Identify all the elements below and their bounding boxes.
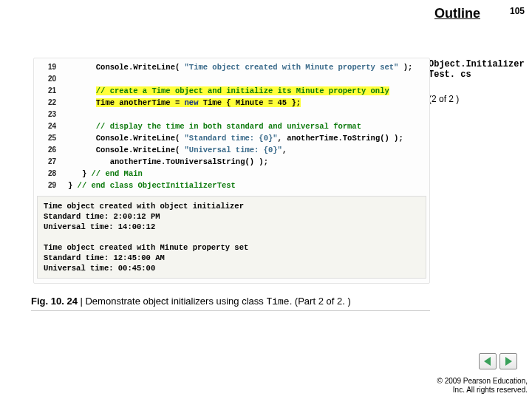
- code-content: Console.WriteLine( "Universal time: {0}"…: [68, 144, 429, 156]
- caption-text2: . (Part 2 of 2. ): [290, 296, 351, 307]
- line-number: 29: [34, 180, 68, 191]
- line-number: 19: [34, 61, 68, 73]
- line-number: 26: [34, 144, 68, 156]
- line-number: 28: [34, 168, 68, 180]
- svg-marker-0: [484, 357, 491, 366]
- copyright: © 2009 Pearson Education, Inc. All right…: [437, 377, 528, 395]
- line-number: 21: [34, 85, 68, 97]
- code-listing: 19 Console.WriteLine( "Time object creat…: [33, 58, 430, 284]
- filename-line1: Object.Initializer: [429, 59, 532, 69]
- program-output: Time object created with object initiali…: [37, 196, 426, 279]
- code-line: 26 Console.WriteLine( "Universal time: {…: [34, 144, 429, 156]
- code-content: // create a Time object and initialize i…: [68, 85, 429, 97]
- code-content: Console.WriteLine( "Standard time: {0}",…: [68, 132, 429, 144]
- figure-caption: Fig. 10. 24 | Demonstrate object initial…: [31, 296, 351, 307]
- figure-number: Fig. 10. 24: [31, 296, 78, 307]
- triangle-left-icon: [484, 357, 491, 366]
- code-content: Time anotherTime = new Time { Minute = 4…: [68, 97, 429, 109]
- code-content: // display the time in both standard and…: [68, 120, 429, 132]
- code-line: 21 // create a Time object and initializ…: [34, 85, 429, 97]
- nav-controls: [479, 353, 517, 369]
- caption-text1: Demonstrate object initializers using cl…: [85, 296, 266, 307]
- code-line: 28 } // end Main: [34, 168, 429, 180]
- next-button[interactable]: [499, 353, 517, 369]
- code-line: 29} // end class ObjectInitializerTest: [34, 180, 429, 191]
- line-number: 24: [34, 120, 68, 132]
- copyright-line2: Inc. All rights reserved.: [437, 386, 528, 395]
- triangle-right-icon: [505, 357, 512, 366]
- code-line: 27 anotherTime.ToUniversalString() );: [34, 156, 429, 168]
- code-line: 25 Console.WriteLine( "Standard time: {0…: [34, 132, 429, 144]
- code-content: Console.WriteLine( "Time object created …: [68, 61, 429, 73]
- code-content: } // end class ObjectInitializerTest: [68, 180, 429, 191]
- code-content: } // end Main: [68, 168, 429, 180]
- code-line: 23: [34, 109, 429, 120]
- line-number: 23: [34, 109, 68, 120]
- svg-marker-1: [505, 357, 512, 366]
- code-line: 19 Console.WriteLine( "Time object creat…: [34, 61, 429, 73]
- code-content: anotherTime.ToUniversalString() );: [68, 156, 429, 168]
- line-number: 20: [34, 73, 68, 85]
- code-line: 24 // display the time in both standard …: [34, 120, 429, 132]
- line-number: 22: [34, 97, 68, 109]
- code-line: 20: [34, 73, 429, 85]
- line-number: 27: [34, 156, 68, 168]
- caption-sep: |: [78, 296, 86, 307]
- outline-heading: Outline: [434, 6, 480, 21]
- caption-classname: Time: [266, 296, 289, 307]
- caption-rule: [31, 310, 430, 311]
- page-number: 105: [510, 6, 525, 16]
- copyright-line1: © 2009 Pearson Education,: [437, 377, 528, 386]
- prev-button[interactable]: [479, 353, 497, 369]
- sidebar: Object.Initializer Test. cs (2 of 2 ): [429, 59, 532, 104]
- page-part: (2 of 2 ): [429, 94, 532, 104]
- code-line: 22 Time anotherTime = new Time { Minute …: [34, 97, 429, 109]
- line-number: 25: [34, 132, 68, 144]
- filename-line2: Test. cs: [429, 69, 532, 80]
